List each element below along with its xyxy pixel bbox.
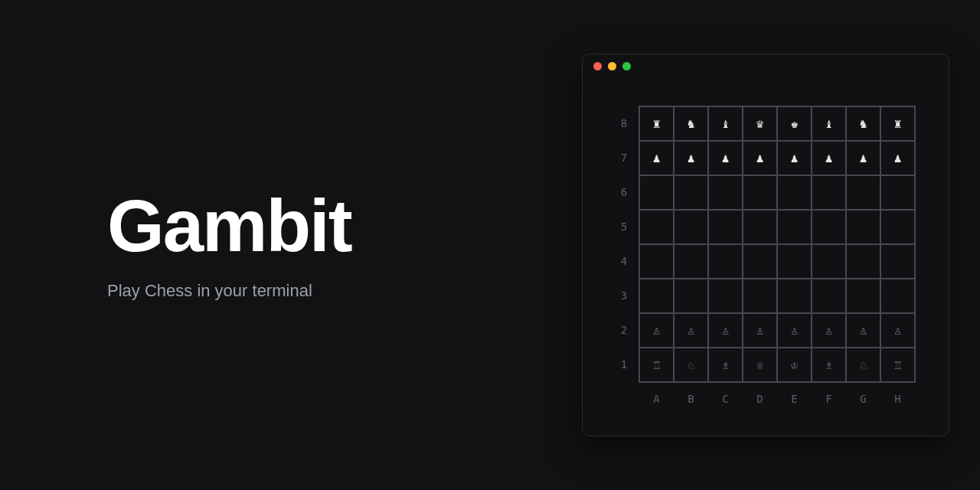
hero-subtitle: Play Chess in your terminal <box>107 281 551 301</box>
file-label: C <box>708 390 743 407</box>
chess-square[interactable] <box>777 175 812 210</box>
chess-square[interactable]: ♝ <box>708 106 743 141</box>
chess-square[interactable] <box>880 279 915 313</box>
chess-square[interactable]: ♙ <box>880 313 915 348</box>
rank-label: 1 <box>616 347 632 381</box>
chess-square[interactable] <box>674 244 708 279</box>
chess-square[interactable]: ♟ <box>708 141 743 175</box>
chess-square[interactable]: ♖ <box>639 348 674 382</box>
file-label: D <box>743 390 777 407</box>
file-label: H <box>880 390 915 407</box>
chess-square[interactable] <box>812 210 846 244</box>
rank-label: 3 <box>616 278 632 312</box>
chess-square[interactable] <box>777 244 812 279</box>
chess-square[interactable]: ♜ <box>639 106 674 141</box>
chess-square[interactable] <box>639 244 674 279</box>
file-labels: A B C D E F G H <box>639 390 915 407</box>
chess-square[interactable] <box>846 279 880 313</box>
rank-label: 6 <box>616 175 632 209</box>
rank-label: 8 <box>616 106 632 140</box>
chess-square[interactable] <box>777 279 812 313</box>
chess-square[interactable] <box>708 279 743 313</box>
rank-label: 2 <box>616 312 632 347</box>
chess-square[interactable]: ♟ <box>743 141 777 175</box>
chess-square[interactable] <box>846 210 880 244</box>
file-label: B <box>674 390 708 407</box>
file-label: E <box>777 390 812 407</box>
chess-square[interactable] <box>639 210 674 244</box>
chess-square[interactable] <box>639 279 674 313</box>
window-titlebar <box>583 54 949 77</box>
chess-square[interactable] <box>743 175 777 210</box>
rank-labels: 8 7 6 5 4 3 2 1 <box>616 106 632 383</box>
chess-board[interactable]: ♜♞♝♛♚♝♞♜♟♟♟♟♟♟♟♟♙♙♙♙♙♙♙♙♖♘♗♕♔♗♘♖ <box>639 106 916 383</box>
chess-square[interactable]: ♙ <box>777 313 812 348</box>
chess-square[interactable] <box>846 175 880 210</box>
chess-square[interactable]: ♘ <box>846 348 880 382</box>
chess-square[interactable]: ♟ <box>674 141 708 175</box>
chess-square[interactable] <box>639 175 674 210</box>
chess-square[interactable]: ♛ <box>743 106 777 141</box>
chess-square[interactable]: ♗ <box>708 348 743 382</box>
close-icon[interactable] <box>593 62 602 70</box>
chess-square[interactable]: ♙ <box>743 313 777 348</box>
chess-square[interactable]: ♙ <box>846 313 880 348</box>
hero-title: Gambit <box>107 189 551 263</box>
chess-square[interactable]: ♘ <box>674 348 708 382</box>
file-label: A <box>639 390 674 407</box>
chess-square[interactable]: ♟ <box>639 141 674 175</box>
chess-square[interactable] <box>674 279 708 313</box>
chess-square[interactable]: ♟ <box>846 141 880 175</box>
chess-square[interactable] <box>674 175 708 210</box>
chess-square[interactable] <box>708 244 743 279</box>
chess-square[interactable]: ♙ <box>674 313 708 348</box>
terminal-window: 8 7 6 5 4 3 2 1 ♜♞♝♛♚♝♞♜♟♟♟♟♟♟♟♟♙♙♙♙♙♙♙♙… <box>582 54 949 436</box>
chess-square[interactable] <box>743 210 777 244</box>
chess-square[interactable] <box>846 244 880 279</box>
chess-square[interactable] <box>812 175 846 210</box>
chess-square[interactable]: ♞ <box>674 106 708 141</box>
chess-square[interactable] <box>812 279 846 313</box>
chess-square[interactable]: ♟ <box>812 141 846 175</box>
chess-square[interactable] <box>880 244 915 279</box>
chess-square[interactable]: ♟ <box>880 141 915 175</box>
rank-label: 4 <box>616 243 632 278</box>
file-label: G <box>846 390 880 407</box>
chess-square[interactable]: ♖ <box>880 348 915 382</box>
chess-square[interactable]: ♗ <box>812 348 846 382</box>
chess-square[interactable] <box>812 244 846 279</box>
chess-square[interactable]: ♙ <box>708 313 743 348</box>
rank-label: 7 <box>616 140 632 175</box>
chess-square[interactable]: ♚ <box>777 106 812 141</box>
terminal-body: 8 7 6 5 4 3 2 1 ♜♞♝♛♚♝♞♜♟♟♟♟♟♟♟♟♙♙♙♙♙♙♙♙… <box>583 77 949 436</box>
chess-square[interactable] <box>777 210 812 244</box>
chess-square[interactable] <box>708 210 743 244</box>
chess-square[interactable]: ♜ <box>880 106 915 141</box>
chess-square[interactable]: ♔ <box>777 348 812 382</box>
chess-square[interactable] <box>880 210 915 244</box>
minimize-icon[interactable] <box>608 62 616 70</box>
chess-square[interactable]: ♙ <box>639 313 674 348</box>
zoom-icon[interactable] <box>622 62 631 70</box>
file-label: F <box>812 390 846 407</box>
chess-square[interactable] <box>743 279 777 313</box>
chess-square[interactable]: ♙ <box>812 313 846 348</box>
chess-square[interactable]: ♝ <box>812 106 846 141</box>
chess-square[interactable] <box>743 244 777 279</box>
chess-square[interactable] <box>674 210 708 244</box>
chess-square[interactable]: ♟ <box>777 141 812 175</box>
chess-square[interactable] <box>708 175 743 210</box>
chess-square[interactable]: ♞ <box>846 106 880 141</box>
chess-square[interactable]: ♕ <box>743 348 777 382</box>
rank-label: 5 <box>616 209 632 243</box>
chess-square[interactable] <box>880 175 915 210</box>
